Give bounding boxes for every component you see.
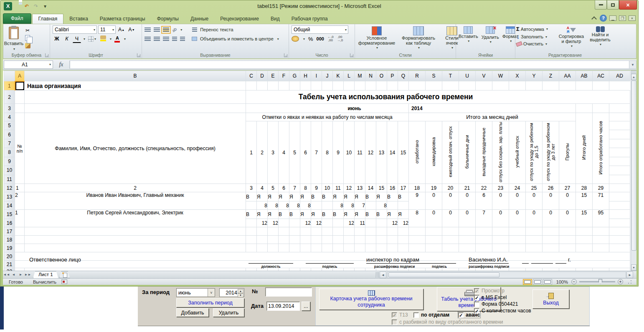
borders-button[interactable]: ▾ [87,35,97,43]
align-left-icon[interactable] [145,37,151,41]
doc-close-icon[interactable]: × [629,15,636,21]
year-spinner[interactable]: 2014 ▲▼ [219,288,244,297]
scroll-down-icon[interactable]: ▼ [631,264,636,271]
collapse-ribbon-icon[interactable] [591,15,597,21]
last-sheet-icon[interactable]: ►► [24,272,31,278]
merge-center-button[interactable]: Объединить и поместить в центре [200,36,274,41]
calculate-status[interactable]: Вычислить [33,279,56,284]
sheet-row[interactable]: 17 [4,227,630,236]
percent-style-button[interactable]: % [308,36,313,42]
fill-color-button[interactable] [99,35,107,43]
font-size-combo[interactable]: 11▾ [98,25,116,34]
decrease-indent-icon[interactable] [172,37,177,41]
vscroll-thumb[interactable] [631,80,636,251]
fill-button[interactable]: ↓Заполнить▾ [516,33,556,40]
sheet-tab[interactable]: Лист 1 [33,271,58,278]
tab-insert[interactable]: Вставка [63,14,94,24]
tab-file[interactable]: Файл [3,13,31,24]
date-input[interactable] [266,302,300,311]
comma-style-button[interactable]: 000 [317,36,324,41]
split-handle[interactable] [631,70,636,74]
marks-header-cell[interactable]: Отметки о явках и неявках на работу по ч… [246,113,409,121]
align-middle-icon[interactable] [154,28,160,32]
formula-input[interactable] [70,60,629,69]
zoom-level[interactable]: 100% [556,279,568,284]
orientation-icon[interactable]: ab [171,26,177,33]
doc-restore-icon[interactable]: ❐ [619,15,626,21]
font-color-button[interactable]: А [113,35,122,43]
avans-checkbox[interactable]: ✓аванс [458,312,480,318]
accounting-format-icon[interactable] [292,36,299,42]
sheet-row[interactable]: 19 [4,244,630,252]
hscroll-thumb[interactable] [388,272,499,277]
add-button[interactable]: Добавить [176,308,209,317]
macro-record-icon[interactable] [61,279,67,284]
remove-button[interactable]: Удалить [213,308,244,317]
increase-decimal-icon[interactable]: ←,0,00 [327,35,334,42]
tab-data[interactable]: Данные [185,14,214,24]
expand-formula-bar-icon[interactable]: ▼ [629,60,636,69]
exit-button[interactable]: Выход [532,289,569,309]
tab-formulas[interactable]: Формулы [151,14,185,24]
itogo-hours-cell[interactable]: Итого отработано часов [593,113,609,184]
delete-cells-button[interactable]: ×Удалить▾ [480,25,501,45]
close-button[interactable]: × [619,0,637,10]
tab-home[interactable]: Главная [32,14,64,24]
resize-grip[interactable] [627,279,632,284]
sort-filter-button[interactable]: АЯСортировка и фильтр▾ [556,25,586,49]
page-layout-view-icon[interactable] [533,279,542,285]
t13-checkbox[interactable]: ✓Т13 [392,312,408,318]
grow-font-button[interactable]: A▲ [117,26,126,34]
num-header-cell[interactable]: № п/п [15,113,25,184]
shrink-font-button[interactable]: A▼ [127,26,136,34]
format-as-table-button[interactable]: Форматировать как таблицу▾ [398,25,439,50]
next-sheet-icon[interactable]: ► [17,272,24,278]
sheet-row[interactable]: 4 № п/п Фамилия, Имя, Отчество, должност… [4,113,630,121]
fill-period-button[interactable]: Заполнить период [176,298,244,307]
dialog-launcher-icon[interactable] [137,53,141,57]
sheet-title-cell[interactable]: Табель учета использования рабочего врем… [246,91,630,104]
sheet-row[interactable]: 3 июнь 2014 [4,104,630,113]
column-header-row[interactable]: ABCDEFGHIJKLMNOPQRSTUVWXYZAAABACAD [4,71,630,81]
employee-card-button[interactable]: Карточка учета рабочего времени сотрудни… [319,289,423,310]
zoom-in-icon[interactable]: + [618,279,623,284]
horizontal-scrollbar[interactable] [387,272,626,278]
prev-sheet-icon[interactable]: ◄ [10,272,17,278]
by-dept-checkbox[interactable]: по отделам [413,312,449,318]
employee-row[interactable]: 13 2 Иванов Иван Иванович, Главный механ… [4,192,630,201]
insert-function-button[interactable]: fx [53,60,70,69]
form-checkbox[interactable]: Форма 0504421 [474,301,518,307]
first-sheet-icon[interactable]: ◄◄ [3,272,10,278]
align-bottom-icon[interactable] [163,28,169,32]
hscroll-left-icon[interactable]: ◄ [380,272,386,278]
minimize-button[interactable] [595,0,607,10]
cell-a1[interactable] [15,81,25,91]
decrease-decimal-icon[interactable]: ,00→,0 [337,35,343,42]
page-break-view-icon[interactable] [543,279,552,285]
tab-split-handle[interactable] [376,272,379,278]
month-select[interactable]: июнь ˅ [176,288,215,297]
doc-minimize-icon[interactable]: ▁ [609,15,616,21]
vertical-scrollbar[interactable]: ▲ ▼ [631,70,636,271]
dialog-launcher-icon[interactable] [45,53,49,57]
hscroll-right-icon[interactable]: ► [626,272,633,278]
maximize-button[interactable] [607,0,619,10]
tab-view[interactable]: Вид [265,14,286,24]
help-icon[interactable]: ? [600,15,607,22]
italic-button[interactable]: К [63,35,71,43]
number-format-combo[interactable]: Общий▾ [292,25,348,34]
ms-excel-checkbox[interactable]: ✓в MS Excel [474,294,507,300]
align-top-icon[interactable] [145,28,151,32]
cut-button[interactable]: ✂ [23,27,32,34]
totals-header-cell[interactable]: Итого за месяц дней [409,113,576,121]
tab-review[interactable]: Рецензирование [214,14,265,24]
preview-checkbox[interactable]: ✓Просмотр [474,288,505,294]
name-header-cell[interactable]: Фамилия, Имя, Отчество, должность (специ… [25,113,246,184]
spinner-arrows[interactable]: ▲▼ [238,289,243,296]
find-select-button[interactable]: Найти и выделить▾ [586,25,614,47]
normal-view-icon[interactable] [523,279,532,285]
employee-row[interactable]: 15 1 Петров Сергей Александрович, Электр… [4,210,630,219]
itogo-days-cell[interactable]: Итого дней [576,113,593,184]
zoom-slider[interactable] [579,281,615,282]
sheet-row[interactable]: 1 Наша организация [4,81,630,91]
